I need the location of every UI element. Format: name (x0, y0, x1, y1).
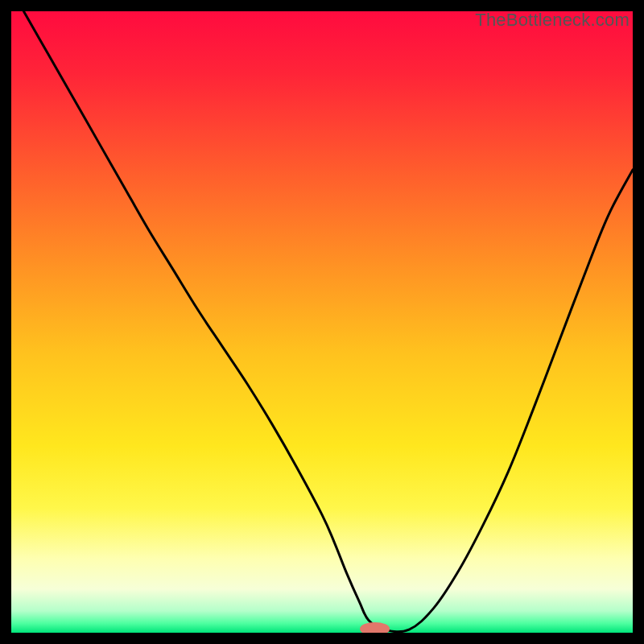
gradient-background (11, 11, 633, 633)
chart-frame: TheBottleneck.com (11, 11, 633, 633)
watermark-text: TheBottleneck.com (475, 10, 630, 31)
bottleneck-chart (11, 11, 633, 633)
